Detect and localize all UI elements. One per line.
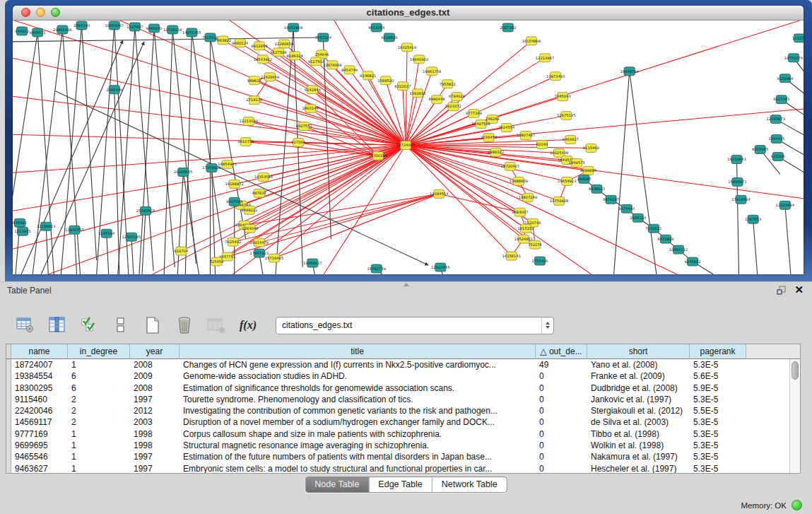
graph-node[interactable]: 887834 (252, 189, 267, 197)
scrollbar-thumb[interactable] (792, 361, 799, 380)
graph-node[interactable]: 7625402 (225, 238, 241, 246)
graph-node[interactable]: 752274 (528, 240, 543, 249)
graph-node[interactable]: 14071355 (182, 28, 201, 37)
graph-node[interactable]: 19384554 (430, 189, 449, 198)
graph-node[interactable]: 16053809 (284, 23, 303, 32)
graph-node[interactable]: 19756928 (550, 197, 569, 205)
graph-node[interactable]: 921106 (771, 152, 785, 160)
graph-node[interactable]: 9146821 (360, 71, 376, 80)
graph-node[interactable]: 16961758 (423, 67, 442, 76)
graph-node[interactable]: 12093873 (767, 115, 786, 124)
network-canvas-svg[interactable]: 9449129405571209914062093140106532671527… (13, 21, 804, 274)
graph-node[interactable]: 18720407 (501, 162, 520, 170)
graph-node[interactable]: 1568520 (377, 76, 394, 85)
graph-node[interactable]: 20200555 (174, 168, 193, 176)
new-table-icon[interactable] (143, 315, 163, 335)
graph-node[interactable]: 1849575 (569, 158, 585, 167)
graph-node[interactable]: 2087382 (500, 23, 516, 32)
graph-node[interactable]: 15892971 (728, 177, 747, 186)
graph-node[interactable]: 1167553 (745, 215, 761, 223)
graph-node[interactable]: 8938923 (589, 185, 605, 193)
graph-node[interactable]: 20991406 (53, 25, 72, 34)
graph-node[interactable]: 944912 (15, 27, 29, 35)
graph-node[interactable]: 2036456 (481, 134, 497, 142)
graph-node[interactable]: 917004 (291, 139, 306, 147)
table-row[interactable]: 946554611997Estimation of the future num… (6, 451, 800, 462)
graph-node[interactable]: 7955812 (440, 80, 456, 88)
graph-node[interactable]: 9463627 (563, 136, 579, 144)
graph-node[interactable]: 23676068 (323, 61, 342, 69)
tab-node-table[interactable]: Node Table (305, 477, 368, 492)
network-window[interactable]: citations_edges.txt 94491294055712099140… (5, 0, 812, 281)
graph-node[interactable]: 6794028 (449, 93, 465, 101)
graph-node[interactable]: 8215955 (752, 146, 768, 154)
column-header-title[interactable]: title (180, 344, 536, 359)
graph-node[interactable]: 9466160 (146, 24, 162, 33)
graph-node[interactable]: 12505185 (122, 233, 141, 241)
vertical-scrollbar[interactable] (789, 359, 800, 473)
graph-node[interactable]: 16648784 (620, 67, 639, 76)
graph-node[interactable]: 916704 (174, 247, 189, 255)
graph-node[interactable]: 16782759 (367, 264, 387, 273)
graph-node[interactable]: 2718176 (246, 96, 262, 105)
graph-node[interactable]: 12975135 (557, 112, 576, 120)
graph-node[interactable]: 1145194 (98, 229, 115, 238)
graph-node[interactable]: 8322037 (394, 82, 411, 90)
column-header-short[interactable]: short (587, 344, 690, 359)
graph-node[interactable]: 2803144 (302, 105, 319, 113)
graph-node[interactable]: 9218506 (381, 33, 397, 42)
graph-node[interactable]: 9245652 (685, 257, 701, 266)
table-row[interactable]: 969969511998Structural magnetic resonanc… (6, 440, 800, 451)
table-row[interactable]: 1830029562008Estimation of significance … (6, 382, 800, 394)
column-header-in_degree[interactable]: in_degree (68, 344, 130, 359)
graph-node[interactable]: 2935114 (630, 214, 647, 222)
table-row[interactable]: 1938455462009Genome-wide association stu… (6, 370, 800, 382)
graph-node[interactable]: 12103694 (776, 201, 795, 209)
clear-selection-icon[interactable] (111, 315, 131, 335)
graph-node[interactable]: 8471826 (657, 235, 673, 243)
column-header-pagerank[interactable]: pagerank (690, 344, 746, 359)
graph-node[interactable]: 16154808 (522, 37, 541, 45)
graph-node[interactable]: 18543962 (254, 55, 273, 64)
graph-node[interactable]: 12213967 (536, 54, 555, 62)
graph-node[interactable]: 17016504 (731, 195, 751, 204)
tab-network-table[interactable]: Network Table (432, 477, 507, 492)
graph-node[interactable]: 12213199 (240, 117, 259, 126)
table-row[interactable]: 2242004622012Investigating the contribut… (6, 405, 800, 416)
graph-node[interactable]: 10654112 (669, 245, 688, 254)
graph-node[interactable]: 1621072 (445, 103, 461, 111)
function-builder-icon[interactable]: f(x) (238, 315, 258, 335)
column-header-out_degree[interactable]: △ out_de... (536, 344, 587, 359)
node-table[interactable]: namein_degreeyeartitle△ out_de...shortpa… (6, 344, 801, 474)
graph-node[interactable]: 9660124 (232, 39, 249, 47)
close-panel-icon[interactable]: ✕ (794, 285, 804, 295)
float-panel-icon[interactable] (777, 286, 786, 295)
graph-node[interactable]: 9498222 (241, 206, 257, 214)
graph-node[interactable]: 12156823 (37, 222, 56, 230)
dropdown-stepper-icon[interactable] (541, 317, 553, 334)
graph-node[interactable]: 25160505 (136, 206, 155, 215)
graph-node[interactable]: 164095 (577, 175, 591, 183)
graph-node[interactable]: 8186328 (287, 52, 303, 60)
graph-node[interactable]: 3624554 (498, 124, 515, 132)
graph-node[interactable]: 9227343 (773, 95, 789, 104)
table-selector-dropdown[interactable]: citations_edges.txt (276, 317, 554, 334)
graph-node[interactable]: 16353594 (254, 173, 273, 181)
table-row[interactable]: 1456911722003Disruption of a novel membe… (6, 416, 800, 428)
graph-node[interactable]: 835081 (13, 218, 27, 227)
graph-node[interactable]: 8813054 (368, 23, 385, 32)
graph-node[interactable]: 9115460 (583, 144, 599, 153)
table-row[interactable]: 1872400712008Changes of HCN gene express… (6, 359, 800, 370)
network-window-titlebar[interactable]: citations_edges.txt (13, 6, 804, 21)
graph-node[interactable]: 18325419 (398, 43, 417, 52)
graph-node[interactable]: 7032621 (645, 224, 661, 233)
network-canvas[interactable]: 9449129405571209914062093140106532671527… (13, 21, 804, 274)
column-header-name[interactable]: name (11, 344, 68, 359)
graph-node[interactable]: 10653267 (105, 21, 124, 30)
table-row[interactable]: 911546021997Tourette syndrome. Phenomeno… (6, 394, 800, 405)
table-settings-icon[interactable] (16, 315, 35, 335)
graph-node[interactable]: 19751074 (784, 54, 804, 62)
graph-node[interactable]: 10719136 (163, 25, 182, 34)
graph-node[interactable]: 9129966 (777, 74, 793, 83)
graph-node[interactable]: 9912958 (251, 42, 267, 50)
